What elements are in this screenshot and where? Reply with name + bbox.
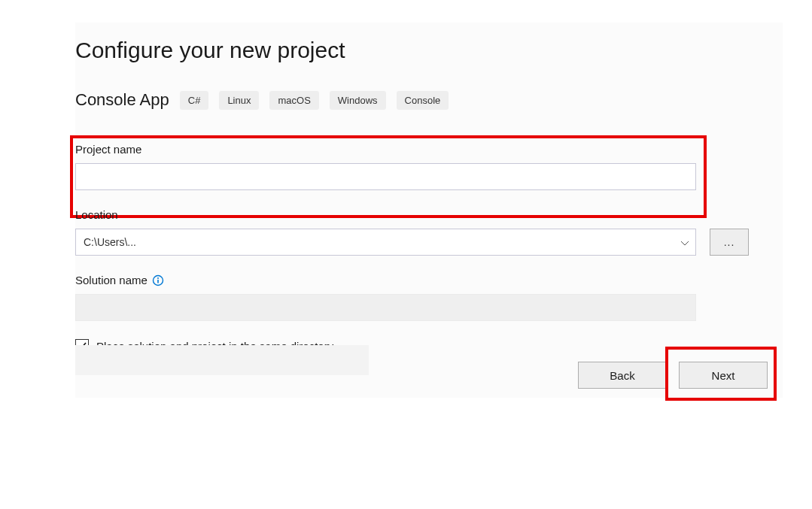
project-name-input[interactable] <box>75 163 696 190</box>
tag-csharp: C# <box>180 91 209 110</box>
project-name-group: Project name <box>75 143 783 190</box>
solution-name-group: Solution name <box>75 274 783 321</box>
solution-name-label: Solution name <box>75 274 147 286</box>
tag-linux: Linux <box>219 91 259 110</box>
project-name-label: Project name <box>75 143 141 156</box>
template-name: Console App <box>75 90 169 110</box>
template-info-row: Console App C# Linux macOS Windows Conso… <box>75 90 783 110</box>
solution-name-input <box>75 294 696 321</box>
next-button[interactable]: Next <box>679 362 768 389</box>
location-combo[interactable] <box>75 229 696 256</box>
configure-project-dialog: Configure your new project Console App C… <box>75 23 783 398</box>
tag-console: Console <box>397 91 449 110</box>
svg-point-1 <box>157 277 159 279</box>
footer-ghost-bar <box>75 345 369 375</box>
browse-button[interactable]: ... <box>710 229 749 256</box>
location-group: Location ... <box>75 208 783 256</box>
tag-macos: macOS <box>269 91 318 110</box>
svg-rect-2 <box>157 280 159 283</box>
location-input[interactable] <box>75 229 696 256</box>
location-label: Location <box>75 208 118 221</box>
back-button[interactable]: Back <box>578 362 667 389</box>
info-icon[interactable] <box>152 274 164 286</box>
footer-buttons: Back Next <box>578 362 768 389</box>
page-title: Configure your new project <box>75 23 783 63</box>
tag-windows: Windows <box>330 91 386 110</box>
